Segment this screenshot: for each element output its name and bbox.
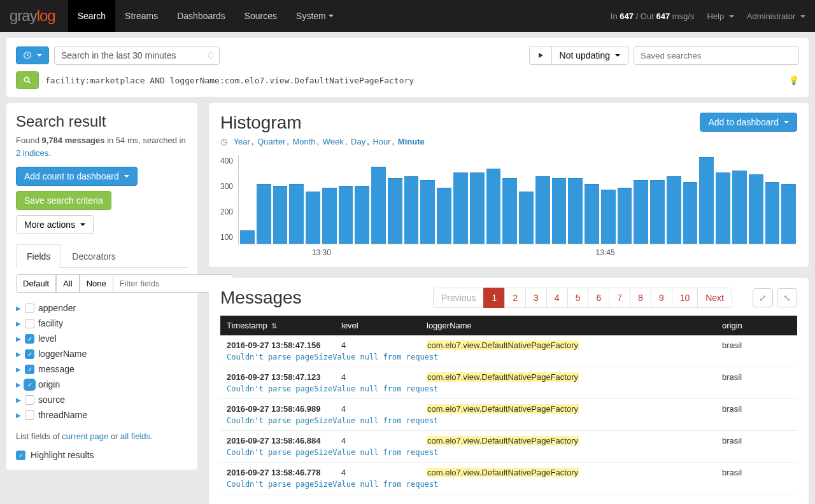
page-1[interactable]: 1 [483,288,505,308]
interval-week[interactable]: Week [323,137,344,146]
expand-icon[interactable]: ▶ [16,412,21,419]
interval-day[interactable]: Day [351,137,365,146]
bar[interactable] [585,184,599,244]
query-input[interactable] [45,76,782,85]
interval-quarter[interactable]: Quarter [257,137,285,146]
bar[interactable] [765,182,780,244]
save-criteria-button[interactable]: Save search criteria [16,191,111,210]
histogram-chart[interactable]: 400300200100 13:3013:45 [220,155,797,257]
page-3[interactable]: 3 [525,288,547,308]
sort-icon[interactable]: ⇅ [271,322,277,330]
page-4[interactable]: 4 [546,288,568,308]
bar[interactable] [535,176,550,244]
interval-hour[interactable]: Hour [372,137,390,146]
tab-fields[interactable]: Fields [16,244,61,268]
tab-decorators[interactable]: Decorators [61,244,126,268]
page-next[interactable]: Next [697,288,732,308]
bar[interactable] [306,192,320,244]
highlight-checkbox[interactable] [16,451,25,460]
message-row[interactable]: 2016-09-27 13:58:46.8844com.elo7.view.De… [220,431,797,463]
nav-search[interactable]: Search [68,0,115,32]
bar[interactable] [502,178,517,244]
time-config-button[interactable] [16,46,49,64]
current-page-link[interactable]: current page [62,431,108,441]
page-10[interactable]: 10 [672,288,698,308]
bar[interactable] [667,176,681,244]
nav-sources[interactable]: Sources [235,0,287,32]
page-2[interactable]: 2 [504,288,526,308]
bar[interactable] [470,172,485,244]
nav-system[interactable]: System [287,0,343,32]
bar[interactable] [273,186,288,244]
message-row[interactable]: 2016-09-27 13:58:46.7784com.elo7.view.De… [220,463,797,494]
page-7[interactable]: 7 [609,288,630,308]
field-checkbox[interactable] [25,349,34,359]
time-range-select[interactable]: Search in the last 30 minutes [54,46,220,65]
bar[interactable] [634,180,648,244]
nav-dashboards[interactable]: Dashboards [167,0,235,32]
bar[interactable] [453,172,468,244]
bar[interactable] [257,184,271,244]
bar[interactable] [355,186,369,244]
nav-streams[interactable]: Streams [115,0,167,32]
bar[interactable] [568,178,583,244]
bar[interactable] [437,188,451,244]
field-checkbox[interactable] [25,319,34,328]
admin-menu[interactable]: Administrator [747,11,805,21]
bar[interactable] [618,188,632,244]
search-button[interactable] [16,71,39,89]
expand-icon[interactable]: ▶ [16,366,21,373]
bar[interactable] [322,188,337,244]
page-9[interactable]: 9 [651,288,672,308]
expand-icon[interactable]: ▶ [16,396,21,403]
message-row[interactable]: 2016-09-27 13:58:47.1564com.elo7.view.De… [220,335,797,367]
expand-icon[interactable]: ▶ [16,305,21,312]
bar[interactable] [650,180,665,244]
expand-icon[interactable]: ▶ [16,320,21,327]
filter-none-button[interactable]: None [80,274,113,293]
field-checkbox[interactable] [25,365,34,374]
bar[interactable] [240,230,255,244]
bar[interactable] [699,157,714,244]
bar[interactable] [404,176,419,244]
bar[interactable] [339,186,353,244]
interval-year[interactable]: Year [234,137,250,146]
bar[interactable] [552,178,567,244]
add-to-dashboard-button[interactable]: Add to dashboard [700,113,797,132]
add-count-button[interactable]: Add count to dashboard [16,167,138,186]
message-row[interactable]: 2016-09-27 13:58:46.9894com.elo7.view.De… [220,399,797,431]
bar[interactable] [683,182,698,244]
bar[interactable] [371,167,386,244]
page-5[interactable]: 5 [567,288,589,308]
update-interval-button[interactable]: Not updating [551,46,628,65]
bar[interactable] [289,184,304,244]
interval-minute[interactable]: Minute [398,137,425,146]
bar[interactable] [601,190,616,244]
bar[interactable] [732,171,747,244]
page-previous[interactable]: Previous [433,288,484,308]
bar[interactable] [486,169,501,244]
expand-icon[interactable]: ▶ [16,381,21,388]
page-6[interactable]: 6 [588,288,609,308]
interval-month[interactable]: Month [292,137,315,146]
help-menu[interactable]: Help [707,11,734,21]
indices-link[interactable]: 2 indices [16,148,48,158]
expand-button[interactable]: ⤢ [753,288,773,307]
play-button[interactable] [529,46,551,65]
bar[interactable] [781,184,796,244]
filter-default-button[interactable]: Default [16,274,56,293]
message-row[interactable]: 2016-09-27 13:58:47.1234com.elo7.view.De… [220,367,797,399]
more-actions-button[interactable]: More actions [16,215,94,234]
collapse-button[interactable]: ⤡ [777,288,797,307]
field-checkbox[interactable] [25,395,34,405]
logo[interactable]: graylog [10,7,55,25]
filter-all-button[interactable]: All [56,274,79,293]
bar[interactable] [388,178,402,244]
bar[interactable] [716,172,730,244]
lightbulb-icon[interactable]: 💡 [788,75,799,85]
field-checkbox[interactable] [25,380,34,389]
all-fields-link[interactable]: all fields [120,431,150,441]
page-8[interactable]: 8 [630,288,651,308]
bar[interactable] [420,180,435,244]
field-checkbox[interactable] [25,410,34,420]
